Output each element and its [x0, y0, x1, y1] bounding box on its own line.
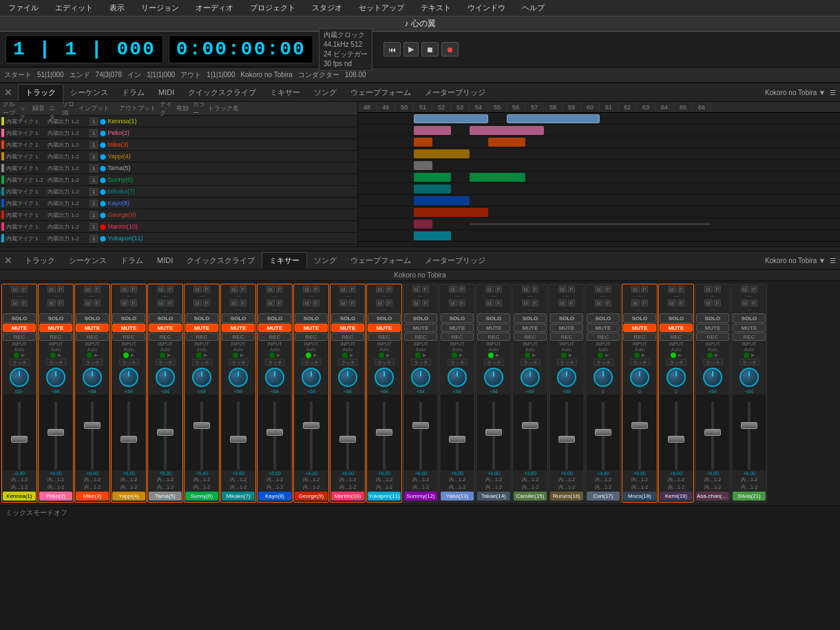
- p-btn-top-3[interactable]: P: [130, 286, 138, 293]
- rec-btn-0[interactable]: REC: [3, 333, 36, 341]
- solo-btn-12[interactable]: SOLO: [441, 313, 474, 323]
- clip-row-1[interactable]: [358, 113, 840, 125]
- m-btn-top-8[interactable]: M: [303, 286, 311, 293]
- rec-btn-9[interactable]: REC: [331, 333, 364, 341]
- ch-name-0[interactable]: Kennoa(1): [3, 492, 36, 501]
- rec-btn-7[interactable]: REC: [258, 333, 291, 341]
- p-btn-top-10[interactable]: P: [386, 286, 393, 293]
- m-btn-top-10[interactable]: M: [376, 286, 384, 293]
- mute-btn-10[interactable]: MUTE: [368, 324, 401, 332]
- start-value[interactable]: 51|1|000: [37, 71, 64, 78]
- solo-btn-16[interactable]: SOLO: [587, 313, 620, 323]
- m-btn-top-5[interactable]: M: [193, 286, 202, 293]
- clip-row-10[interactable]: [358, 218, 840, 230]
- latch-btn-18[interactable]: ラッチ: [666, 359, 686, 366]
- m-btn-mid-13[interactable]: M: [485, 300, 494, 306]
- p-btn-top-12[interactable]: P: [459, 286, 466, 293]
- track-row[interactable]: 内蔵マイク 1 内蔵出力 1-2 1 ⬤ Tama(5): [0, 162, 357, 174]
- p-btn-top-16[interactable]: P: [605, 286, 612, 293]
- solo-btn-11[interactable]: SOLO: [404, 313, 437, 323]
- rec-btn-12[interactable]: REC: [441, 333, 474, 341]
- p-btn-top-8[interactable]: P: [313, 286, 320, 293]
- pan-knob-9[interactable]: [338, 368, 357, 387]
- fader-handle-4[interactable]: [157, 429, 174, 436]
- fader-handle-8[interactable]: [303, 422, 319, 429]
- track-row[interactable]: 内蔵マイク 1 内蔵出力 1-2 1 ⬤ George(9): [0, 209, 357, 221]
- track-row[interactable]: 内蔵マイク 1 内蔵出力 1-2 1 ⬤ Kennoa(1): [0, 116, 357, 127]
- p-btn-mid-6[interactable]: P: [240, 300, 247, 306]
- mute-btn-19[interactable]: MUTE: [696, 324, 729, 332]
- m-btn-mid-8[interactable]: M: [303, 300, 311, 306]
- solo-btn-20[interactable]: SOLO: [733, 313, 766, 323]
- menu-item-region[interactable]: リージョン: [138, 1, 182, 14]
- pan-knob-8[interactable]: [302, 368, 321, 387]
- solo-btn-14[interactable]: SOLO: [514, 313, 547, 323]
- rec-btn-15[interactable]: REC: [550, 333, 583, 341]
- clip-row-2[interactable]: [358, 125, 840, 136]
- ch-name-2[interactable]: Mike(3): [76, 492, 109, 501]
- ch-name-16[interactable]: Curl(17): [587, 492, 620, 501]
- mute-btn-4[interactable]: MUTE: [149, 324, 182, 332]
- p-btn-mid-7[interactable]: P: [276, 300, 284, 306]
- p-btn-mid-17[interactable]: P: [641, 300, 649, 306]
- pan-knob-20[interactable]: [739, 368, 759, 387]
- m-btn-mid-4[interactable]: M: [157, 300, 165, 306]
- fader-handle-16[interactable]: [595, 429, 611, 436]
- latch-btn-13[interactable]: ラッチ: [484, 359, 504, 366]
- latch-btn-3[interactable]: ラッチ: [119, 359, 139, 366]
- latch-btn-15[interactable]: ラッチ: [557, 359, 577, 366]
- tab-drum-2[interactable]: ドラム: [114, 253, 150, 269]
- p-btn-mid-4[interactable]: P: [167, 300, 174, 306]
- fader-handle-10[interactable]: [376, 429, 392, 436]
- p-btn-mid-3[interactable]: P: [130, 300, 138, 306]
- play-btn[interactable]: ▶: [403, 42, 419, 56]
- tab-meterbridge-1[interactable]: メーターブリッジ: [418, 85, 492, 101]
- rec-btn-19[interactable]: REC: [696, 333, 729, 341]
- pan-knob-2[interactable]: [83, 368, 102, 387]
- menu-item-text[interactable]: テキスト: [418, 1, 454, 14]
- solo-btn-4[interactable]: SOLO: [149, 313, 182, 323]
- ch-name-14[interactable]: Camille(15): [514, 492, 547, 501]
- end-value[interactable]: 74|3|078: [96, 71, 123, 78]
- m-btn-mid-20[interactable]: M: [741, 300, 749, 306]
- latch-btn-9[interactable]: ラッチ: [338, 359, 358, 366]
- rec-btn-11[interactable]: REC: [404, 333, 437, 341]
- ch-name-15[interactable]: Ruruco(16): [550, 492, 583, 501]
- m-btn-mid-0[interactable]: M: [11, 300, 19, 306]
- m-btn-top-17[interactable]: M: [631, 286, 640, 293]
- m-btn-mid-18[interactable]: M: [668, 300, 676, 306]
- pan-knob-11[interactable]: [411, 368, 430, 387]
- tab-drum-1[interactable]: ドラム: [115, 85, 151, 101]
- latch-btn-7[interactable]: ラッチ: [265, 359, 285, 366]
- ch-name-8[interactable]: George(9): [295, 492, 328, 501]
- solo-btn-18[interactable]: SOLO: [660, 313, 693, 323]
- p-btn-mid-19[interactable]: P: [714, 300, 722, 306]
- solo-btn-2[interactable]: SOLO: [76, 313, 109, 323]
- m-btn-top-11[interactable]: M: [412, 286, 421, 293]
- tab-song-2[interactable]: ソング: [307, 253, 344, 269]
- latch-btn-2[interactable]: ラッチ: [83, 359, 103, 366]
- tempo-value[interactable]: 108.00: [345, 71, 366, 78]
- m-btn-top-20[interactable]: M: [741, 286, 749, 293]
- m-btn-mid-7[interactable]: M: [266, 300, 275, 306]
- rec-btn-4[interactable]: REC: [149, 333, 182, 341]
- m-btn-mid-19[interactable]: M: [704, 300, 713, 306]
- rec-btn-5[interactable]: REC: [185, 333, 218, 341]
- menu-item-edit[interactable]: エディット: [52, 1, 96, 14]
- fader-handle-7[interactable]: [266, 429, 283, 436]
- track-row[interactable]: 内蔵マイク 1 内蔵出力 1-2 1 ⬤ Kayo(8): [0, 198, 357, 209]
- mute-btn-11[interactable]: MUTE: [404, 324, 437, 332]
- pan-knob-18[interactable]: [666, 368, 686, 387]
- m-btn-top-16[interactable]: M: [595, 286, 603, 293]
- mute-btn-17[interactable]: MUTE: [623, 324, 656, 332]
- pan-knob-0[interactable]: [10, 368, 29, 387]
- rec-btn-13[interactable]: REC: [477, 333, 510, 341]
- solo-btn-6[interactable]: SOLO: [222, 313, 255, 323]
- in-value[interactable]: 1|1|1|000: [147, 71, 175, 78]
- mute-btn-2[interactable]: MUTE: [76, 324, 109, 332]
- ch-name-6[interactable]: Mikako(7): [222, 492, 255, 501]
- mute-btn-8[interactable]: MUTE: [295, 324, 328, 332]
- mute-btn-0[interactable]: MUTE: [3, 324, 36, 332]
- track-row[interactable]: 内蔵マイク 1 内蔵出力 1-2 1 ⬤ Mikako(7): [0, 186, 357, 198]
- track-row[interactable]: 内蔵マイク 1 内蔵出力 1-2 1 ⬤ Mike(3): [0, 139, 357, 151]
